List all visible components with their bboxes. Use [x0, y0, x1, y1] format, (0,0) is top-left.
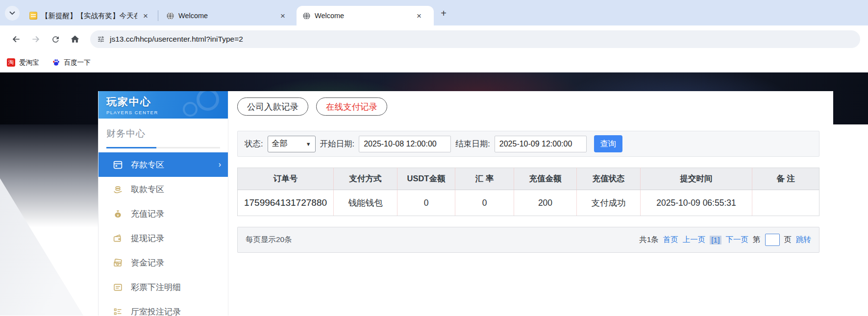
tab-close-icon[interactable]: × — [415, 12, 423, 20]
sidebar-item-deposit-zone[interactable]: 存款专区 › — [99, 152, 228, 177]
column-header: USDT金额 — [397, 168, 455, 190]
table-cell: 0 — [455, 190, 514, 216]
column-header: 订单号 — [238, 168, 334, 190]
prev-page-link[interactable]: 上一页 — [683, 235, 706, 245]
chat-yellow-icon — [29, 12, 37, 20]
sidebar-menu: 存款专区 › 取款专区 ¥ 充值记录 提现记录 — [99, 152, 228, 316]
end-date-input[interactable] — [495, 136, 587, 152]
sidebar-item-withdraw-zone[interactable]: 取款专区 — [99, 177, 228, 201]
baidu-paw-icon — [52, 58, 60, 67]
jump-link[interactable]: 跳转 — [796, 235, 811, 245]
column-header: 汇 率 — [455, 168, 514, 190]
browser-toolbar: js13.cc/hhcp/usercenter.html?iniType=2 — [0, 25, 868, 53]
globe-icon — [166, 12, 174, 20]
address-bar[interactable]: js13.cc/hhcp/usercenter.html?iniType=2 — [90, 30, 860, 48]
sidebar-item-funds-record[interactable]: 资金记录 — [99, 250, 228, 275]
column-header: 充值状态 — [577, 168, 641, 190]
bookmark-baidu[interactable]: 百度一下 — [52, 58, 91, 67]
recharge-record-icon: ¥ — [112, 208, 123, 219]
filter-bar: 状态: 全部 ▼ 开始日期: 结束日期: 查询 — [237, 131, 819, 157]
page-size-text: 每页显示20条 — [246, 235, 639, 245]
bookmarks-bar: 淘 爱淘宝 百度一下 — [0, 53, 868, 73]
reload-icon[interactable] — [47, 31, 64, 48]
lottery-detail-icon — [112, 282, 123, 292]
jump-suffix: 页 — [784, 235, 792, 245]
sidebar-banner: 玩家中心 PLAYERS CENTER — [99, 91, 228, 119]
table-cell — [752, 190, 819, 216]
tab-title: Welcome — [315, 12, 411, 20]
table-row: 1759964131727880钱能钱包00200支付成功2025-10-09 … — [238, 190, 819, 216]
table-cell: 1759964131727880 — [238, 190, 334, 216]
records-content: 公司入款记录 在线支付记录 状态: 全部 ▼ 开始日期: 结束日期: 查询 订单… — [228, 91, 833, 316]
cashout-record-icon — [112, 233, 123, 243]
search-button[interactable]: 查询 — [594, 135, 622, 152]
start-date-label: 开始日期: — [320, 139, 355, 149]
column-header: 备 注 — [752, 168, 819, 190]
sidebar-item-recharge-record[interactable]: ¥ 充值记录 — [99, 201, 228, 226]
globe-icon — [302, 12, 311, 20]
table-cell: 200 — [514, 190, 577, 216]
status-select[interactable]: 全部 ▼ — [268, 136, 316, 152]
table-cell: 2025-10-09 06:55:31 — [641, 190, 752, 216]
column-header: 支付方式 — [334, 168, 397, 190]
record-type-tabs: 公司入款记录 在线支付记录 — [237, 97, 819, 116]
browser-tab-strip: 【新提醒】【实战有奖】今天在 × Welcome × Welcome × + — [0, 0, 868, 25]
funds-record-icon — [112, 257, 123, 268]
total-count-text: 共1条 — [639, 235, 659, 245]
start-date-input[interactable] — [359, 136, 451, 152]
first-page-link[interactable]: 首页 — [663, 235, 678, 245]
table-body: 1759964131727880钱能钱包00200支付成功2025-10-09 … — [238, 190, 819, 216]
taobao-icon: 淘 — [7, 58, 15, 67]
new-tab-button[interactable]: + — [437, 6, 450, 20]
forward-icon[interactable] — [27, 31, 44, 48]
browser-tab-1[interactable]: 【新提醒】【实战有奖】今天在 × — [24, 6, 156, 25]
table-cell: 支付成功 — [577, 190, 641, 216]
table-cell: 0 — [397, 190, 455, 216]
jump-page-input[interactable] — [765, 234, 780, 246]
sidebar-item-hall-bet-record[interactable]: 厅室投注记录 — [99, 299, 228, 316]
jump-prefix: 第 — [753, 235, 761, 245]
home-icon[interactable] — [67, 31, 83, 48]
tab-title: Welcome — [178, 12, 274, 20]
tab-company-deposit-records[interactable]: 公司入款记录 — [237, 97, 308, 116]
webpage-viewport: 玩家中心 PLAYERS CENTER 财务中心 存款专区 › 取款专区 — [0, 73, 868, 316]
hall-bet-record-icon — [112, 306, 123, 316]
sidebar: 玩家中心 PLAYERS CENTER 财务中心 存款专区 › 取款专区 — [99, 91, 228, 316]
table-cell: 钱能钱包 — [334, 190, 397, 216]
status-label: 状态: — [245, 139, 263, 149]
chevron-right-icon: › — [219, 160, 221, 169]
tab-search-chevron-icon[interactable] — [5, 6, 20, 21]
site-settings-tune-icon[interactable] — [97, 35, 105, 43]
player-center-panel: 玩家中心 PLAYERS CENTER 财务中心 存款专区 › 取款专区 — [98, 91, 833, 316]
records-table: 订单号支付方式USDT金额汇 率充值金额充值状态提交时间备 注 17599641… — [237, 168, 819, 216]
sidebar-item-cashout-record[interactable]: 提现记录 — [99, 226, 228, 250]
current-page-indicator: [1] — [710, 236, 721, 244]
column-header: 充值金额 — [514, 168, 577, 190]
sidebar-item-lottery-bet-detail[interactable]: 彩票下注明细 — [99, 275, 228, 299]
back-icon[interactable] — [8, 31, 25, 48]
next-page-link[interactable]: 下一页 — [726, 235, 749, 245]
deposit-icon — [112, 159, 123, 170]
tab-close-icon[interactable]: × — [278, 12, 287, 20]
url-text: js13.cc/hhcp/usercenter.html?iniType=2 — [110, 35, 243, 44]
bookmark-aitaobao[interactable]: 淘 爱淘宝 — [7, 58, 39, 67]
tab-close-icon[interactable]: × — [141, 12, 150, 20]
tab-separator — [158, 10, 158, 21]
tab-title: 【新提醒】【实战有奖】今天在 — [41, 11, 137, 21]
tab-online-payment-records[interactable]: 在线支付记录 — [316, 97, 387, 116]
pagination-bar: 每页显示20条 共1条 首页 上一页 [1] 下一页 第 页 跳转 — [237, 227, 819, 253]
finance-section-header: 财务中心 — [99, 119, 228, 148]
column-header: 提交时间 — [641, 168, 752, 190]
end-date-label: 结束日期: — [455, 139, 490, 149]
browser-tab-3-active[interactable]: Welcome × — [297, 6, 434, 25]
banner-circle-decoration — [183, 102, 198, 117]
table-header-row: 订单号支付方式USDT金额汇 率充值金额充值状态提交时间备 注 — [238, 168, 819, 190]
browser-tab-2[interactable]: Welcome × — [160, 6, 297, 25]
chevron-down-icon: ▼ — [306, 141, 311, 147]
withdraw-icon — [112, 184, 123, 194]
